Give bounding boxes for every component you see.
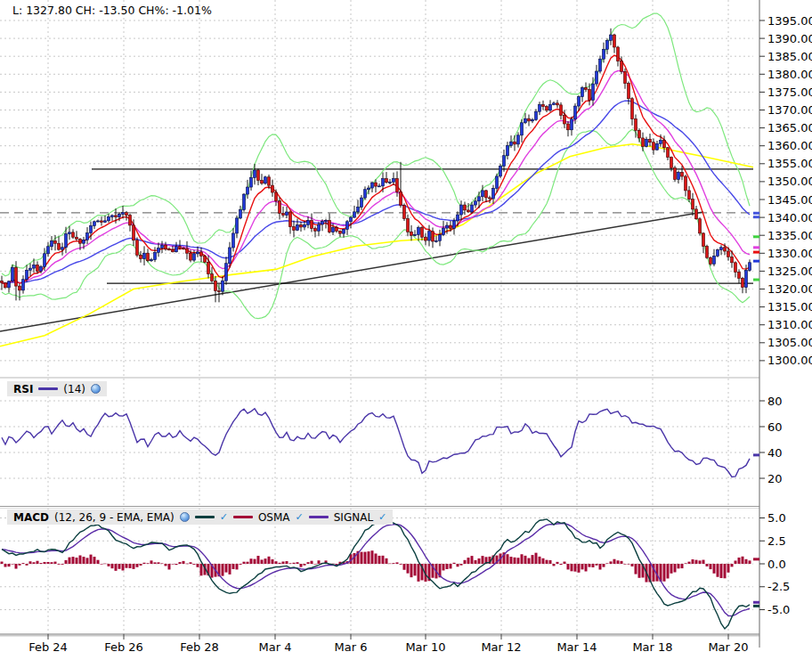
candlestick[interactable] xyxy=(207,262,210,273)
osma-visible-checkbox[interactable]: ✓ xyxy=(296,512,304,522)
candlestick[interactable] xyxy=(61,248,64,249)
candlestick[interactable] xyxy=(706,247,709,258)
candlestick[interactable] xyxy=(396,179,399,192)
candlestick[interactable] xyxy=(499,166,502,175)
candlestick[interactable] xyxy=(656,143,659,150)
candlestick[interactable] xyxy=(175,247,178,252)
candlestick[interactable] xyxy=(742,278,744,287)
candlestick[interactable] xyxy=(735,263,737,273)
candlestick[interactable] xyxy=(610,35,613,40)
candlestick[interactable] xyxy=(193,254,196,260)
candlestick[interactable] xyxy=(378,186,381,187)
candlestick[interactable] xyxy=(339,231,342,233)
candlestick[interactable] xyxy=(642,138,645,147)
candlestick[interactable] xyxy=(229,248,231,264)
candlestick[interactable] xyxy=(289,212,292,227)
candlestick[interactable] xyxy=(268,177,271,185)
candlestick[interactable] xyxy=(250,177,253,187)
candlestick[interactable] xyxy=(749,263,751,271)
candlestick[interactable] xyxy=(467,210,470,212)
candlestick[interactable] xyxy=(222,281,224,291)
candlestick[interactable] xyxy=(596,71,598,84)
candlestick[interactable] xyxy=(678,172,680,179)
candlestick[interactable] xyxy=(126,213,128,216)
candlestick[interactable] xyxy=(649,139,652,142)
candlestick[interactable] xyxy=(86,233,89,240)
candlestick[interactable] xyxy=(485,191,488,198)
candlestick[interactable] xyxy=(621,61,623,72)
candlestick[interactable] xyxy=(243,194,246,209)
candlestick[interactable] xyxy=(314,229,317,232)
candlestick[interactable] xyxy=(549,105,552,110)
candlestick[interactable] xyxy=(44,254,46,267)
candlestick[interactable] xyxy=(58,243,61,249)
candlestick[interactable] xyxy=(425,237,427,240)
candlestick[interactable] xyxy=(190,253,192,260)
candlestick[interactable] xyxy=(19,286,21,290)
candlestick[interactable] xyxy=(296,224,299,230)
candlestick[interactable] xyxy=(247,187,249,194)
candlestick[interactable] xyxy=(439,235,442,241)
candlestick[interactable] xyxy=(350,217,353,222)
candlestick[interactable] xyxy=(311,220,313,228)
candlestick[interactable] xyxy=(101,221,103,223)
candlestick[interactable] xyxy=(567,124,570,130)
candlestick[interactable] xyxy=(33,265,36,269)
candlestick[interactable] xyxy=(353,212,356,217)
candlestick[interactable] xyxy=(603,49,605,59)
candlestick[interactable] xyxy=(275,192,278,201)
candlestick[interactable] xyxy=(108,216,110,220)
candlestick[interactable] xyxy=(663,141,666,148)
candlestick[interactable] xyxy=(521,123,524,135)
candlestick[interactable] xyxy=(418,228,420,235)
candlestick[interactable] xyxy=(738,272,741,278)
candlestick[interactable] xyxy=(539,104,541,111)
candlestick[interactable] xyxy=(450,225,452,228)
candlestick[interactable] xyxy=(12,267,14,281)
candlestick[interactable] xyxy=(122,213,125,215)
candlestick[interactable] xyxy=(26,270,28,279)
candlestick[interactable] xyxy=(318,224,321,231)
candlestick[interactable] xyxy=(589,90,591,101)
signal-visible-checkbox[interactable]: ✓ xyxy=(378,512,386,522)
candlestick[interactable] xyxy=(261,181,264,183)
candlestick[interactable] xyxy=(724,248,727,251)
candlestick[interactable] xyxy=(97,221,100,222)
candlestick[interactable] xyxy=(272,185,274,192)
candlestick[interactable] xyxy=(111,216,114,217)
candlestick[interactable] xyxy=(702,233,705,247)
candlestick[interactable] xyxy=(443,228,445,235)
candlestick[interactable] xyxy=(400,191,402,205)
candlestick[interactable] xyxy=(200,252,203,256)
candlestick[interactable] xyxy=(133,225,135,240)
candlestick[interactable] xyxy=(129,216,132,225)
candlestick[interactable] xyxy=(154,252,157,259)
candlestick[interactable] xyxy=(240,209,242,217)
candlestick[interactable] xyxy=(232,233,235,248)
candlestick[interactable] xyxy=(560,105,563,116)
candlestick[interactable] xyxy=(15,267,18,286)
candlestick[interactable] xyxy=(670,158,673,168)
candlestick[interactable] xyxy=(357,207,360,211)
candlestick[interactable] xyxy=(446,225,449,228)
candlestick[interactable] xyxy=(336,227,338,231)
candlestick[interactable] xyxy=(168,249,171,250)
candlestick[interactable] xyxy=(599,59,602,71)
candlestick[interactable] xyxy=(346,222,349,230)
candlestick[interactable] xyxy=(197,252,199,254)
candlestick[interactable] xyxy=(236,218,239,233)
candlestick[interactable] xyxy=(225,264,228,281)
chart-canvas[interactable]: 1395.001390.001385.001380.001375.001370.… xyxy=(0,0,812,660)
candlestick[interactable] xyxy=(115,216,118,217)
candlestick[interactable] xyxy=(685,176,687,191)
candlestick[interactable] xyxy=(710,257,712,264)
candlestick[interactable] xyxy=(165,245,167,249)
candlestick[interactable] xyxy=(264,177,267,183)
candlestick[interactable] xyxy=(578,97,581,106)
candlestick[interactable] xyxy=(699,219,702,233)
candlestick[interactable] xyxy=(524,118,527,123)
globe-icon[interactable] xyxy=(180,512,190,522)
candlestick[interactable] xyxy=(745,271,748,288)
candlestick[interactable] xyxy=(478,197,481,201)
candlestick[interactable] xyxy=(47,247,50,254)
